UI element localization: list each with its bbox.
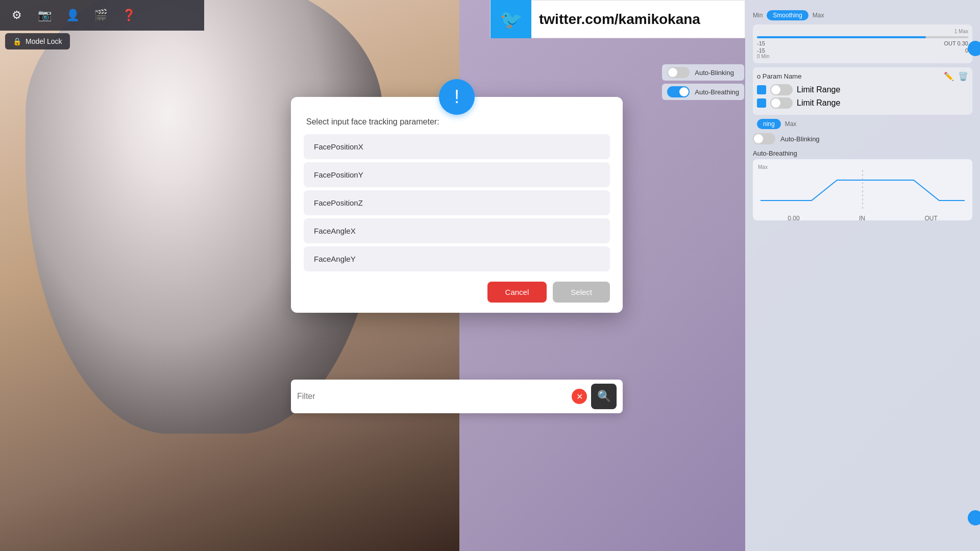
limit-row-2: Limit Range — [757, 97, 968, 109]
auto-blinking-label-main: Auto-Blinking — [695, 69, 734, 77]
wave-display: Max 0.00 IN OUT Min — [753, 159, 972, 220]
value-label: 0.00 — [788, 215, 799, 220]
list-item-face-position-x[interactable]: FacePositionX — [304, 134, 610, 159]
slider-fill-1 — [757, 36, 926, 38]
slider-track-1[interactable] — [757, 36, 968, 38]
clear-icon: ✕ — [576, 392, 583, 402]
exclamation-icon: ! — [454, 86, 459, 108]
in-label: IN — [859, 215, 865, 220]
help-icon[interactable]: ❓ — [120, 7, 138, 24]
auto-blinking-row: Auto-Blinking — [753, 133, 972, 144]
scroll-btn-bottom[interactable] — [968, 510, 980, 525]
list-item-face-position-z[interactable]: FacePositionZ — [304, 190, 610, 215]
panel-toggle-area: Auto-Blinking Auto-Breathing — [662, 61, 744, 103]
select-button[interactable]: Select — [553, 282, 610, 303]
smoothing-row-2: ning Max — [753, 119, 972, 129]
out-label: OUT — [924, 215, 937, 220]
slider-val2: -15 — [757, 47, 765, 54]
model-lock-label: Model Lock — [26, 37, 62, 45]
max-value-label: 1 Max — [954, 29, 968, 34]
min-label: Min — [753, 12, 763, 19]
filter-bar: ✕ 🔍 — [291, 380, 623, 413]
auto-blinking-toggle-main[interactable] — [667, 67, 690, 78]
camera-icon[interactable]: 📷 — [36, 7, 54, 24]
slider-val1: -15 — [757, 40, 765, 46]
dialog-icon: ! — [439, 79, 475, 115]
twitter-url: twitter.com/kamikokana — [531, 11, 708, 28]
auto-breathing-toggle-main[interactable] — [667, 86, 690, 97]
max-label: Max — [813, 12, 824, 19]
model-lock-button[interactable]: 🔒 Model Lock — [5, 33, 70, 49]
delete-icon[interactable]: 🗑️ — [958, 71, 968, 81]
auto-breathing-toggle-row: Auto-Breathing — [662, 84, 744, 100]
scroll-btn-top[interactable] — [968, 41, 980, 56]
param-header: o Param Name ✏️ 🗑️ — [757, 71, 968, 81]
search-icon: 🔍 — [597, 390, 611, 403]
max-label-2: Max — [785, 120, 797, 128]
edit-icon[interactable]: ✏️ — [944, 71, 954, 81]
user-icon[interactable]: 👤 — [64, 7, 82, 24]
right-panel-content: Min Smoothing Max 1 Max -15 OUT 0.30 -15… — [750, 5, 975, 223]
wave-labels: Max — [758, 164, 967, 170]
limit-range-toggle-1[interactable] — [770, 84, 793, 95]
zero-min-label: 0 Min — [757, 54, 769, 59]
dialog-buttons: Cancel Select — [291, 271, 623, 313]
lock-icon: 🔒 — [13, 37, 21, 45]
filter-search-button[interactable]: 🔍 — [591, 384, 617, 409]
smoothing-button[interactable]: Smoothing — [767, 10, 808, 20]
parameter-list: FacePositionX FacePositionY FacePosition… — [291, 134, 623, 271]
limit-row-1: Limit Range — [757, 84, 968, 95]
auto-blinking-toggle[interactable] — [753, 133, 775, 144]
auto-breathing-partial: Auto-Breathing — [753, 147, 972, 159]
smoothing-button-2[interactable]: ning — [757, 119, 781, 129]
list-item-face-position-y[interactable]: FacePositionY — [304, 162, 610, 187]
filter-clear-button[interactable]: ✕ — [572, 389, 587, 404]
cancel-button[interactable]: Cancel — [487, 282, 547, 303]
twitter-bird-icon: 🐦 — [491, 0, 531, 38]
smoothing-row: Min Smoothing Max — [753, 10, 972, 20]
auto-blinking-label: Auto-Blinking — [780, 135, 820, 143]
auto-breathing-label-main: Auto-Breathing — [695, 88, 739, 96]
io-labels: 0.00 IN OUT — [758, 215, 967, 220]
auto-blinking-toggle-row: Auto-Blinking — [662, 64, 744, 81]
param-title: o Param Name — [757, 72, 801, 80]
right-panel: Min Smoothing Max 1 Max -15 OUT 0.30 -15… — [745, 0, 980, 551]
param-section: o Param Name ✏️ 🗑️ Limit Range Limit Ran… — [753, 67, 972, 115]
parameter-dialog: ! Select input face tracking parameter: … — [291, 97, 623, 313]
filter-input[interactable] — [297, 392, 568, 401]
toolbar: ⚙ 📷 👤 🎬 ❓ — [0, 0, 204, 31]
param-icons: ✏️ 🗑️ — [944, 71, 968, 81]
blue-box-2 — [757, 98, 766, 108]
limit-range-toggle-2[interactable] — [770, 97, 793, 109]
wave-svg — [758, 170, 967, 211]
list-item-face-angle-x[interactable]: FaceAngleX — [304, 218, 610, 243]
wave-max-label: Max — [758, 164, 768, 170]
list-item-face-angle-y[interactable]: FaceAngleY — [304, 246, 610, 271]
limit-range-label-2: Limit Range — [797, 98, 840, 108]
slider-section-1: 1 Max -15 OUT 0.30 -15 0 0 Min — [753, 24, 972, 63]
video-icon[interactable]: 🎬 — [92, 7, 110, 24]
blue-box-1 — [757, 85, 766, 94]
settings-icon[interactable]: ⚙ — [8, 7, 26, 24]
out-value-1: OUT 0.30 — [944, 40, 969, 46]
limit-range-label-1: Limit Range — [797, 85, 840, 94]
twitter-banner: 🐦 twitter.com/kamikokana — [490, 0, 745, 38]
